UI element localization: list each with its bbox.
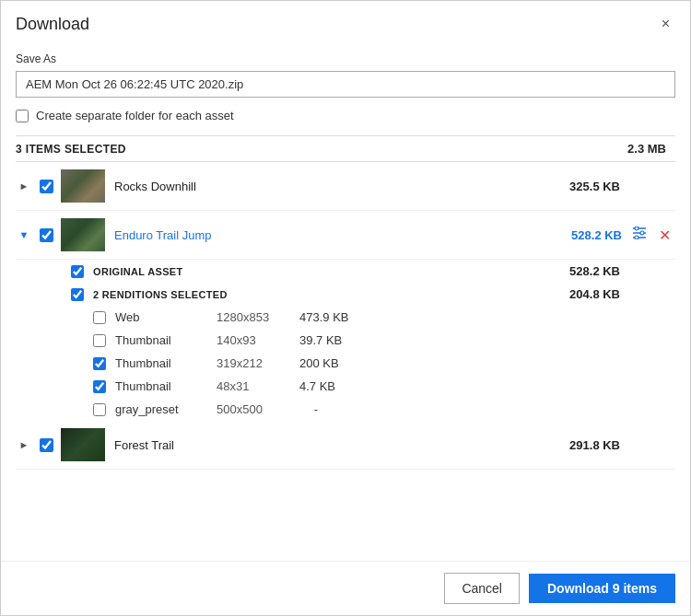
- renditions-header-label: 2 RENDITIONS SELECTED: [93, 289, 569, 300]
- original-asset-row: ORIGINAL ASSET 528.2 KB: [71, 260, 675, 283]
- svg-point-3: [635, 227, 638, 230]
- rendition-4-size: -: [299, 402, 373, 416]
- original-asset-label: ORIGINAL ASSET: [93, 266, 569, 277]
- forest-name: Forest Trail: [114, 438, 556, 452]
- rocks-thumbnail: [61, 169, 105, 203]
- rendition-row-0: Web 1280x853 473.9 KB: [71, 306, 675, 329]
- rendition-2-checkbox[interactable]: [93, 357, 106, 370]
- expand-forest-button[interactable]: ►: [16, 439, 32, 450]
- list-item: ► Rocks Downhill 325.5 KB: [16, 162, 675, 211]
- rendition-row-4: gray_preset 500x500 -: [71, 398, 675, 421]
- list-item: ► Forest Trail 291.8 KB: [16, 421, 675, 470]
- close-button[interactable]: ×: [656, 14, 675, 34]
- asset-row-rocks: ► Rocks Downhill 325.5 KB: [16, 162, 675, 211]
- forest-size: 291.8 KB: [556, 438, 629, 452]
- remove-icon-button[interactable]: ✕: [657, 227, 673, 244]
- dialog-body: Save As Create separate folder for each …: [1, 43, 690, 561]
- separate-folder-row: Create separate folder for each asset: [16, 109, 675, 122]
- rendition-3-dims: 48x31: [217, 379, 299, 393]
- svg-point-5: [635, 236, 638, 239]
- enduro-thumbnail: [61, 218, 105, 251]
- rendition-4-name: gray_preset: [115, 402, 217, 416]
- rendition-2-dims: 319x212: [217, 356, 299, 370]
- rendition-1-dims: 140x93: [217, 333, 299, 347]
- enduro-checkbox[interactable]: [40, 228, 53, 242]
- dialog-title: Download: [16, 15, 89, 34]
- save-as-label: Save As: [16, 52, 675, 65]
- rocks-size: 325.5 KB: [556, 180, 629, 193]
- rendition-row-2: Thumbnail 319x212 200 KB: [71, 352, 675, 375]
- separate-folder-checkbox[interactable]: [16, 110, 29, 122]
- rendition-4-dims: 500x500: [217, 402, 299, 416]
- rendition-0-size: 473.9 KB: [299, 310, 404, 324]
- items-header: 3 ITEMS SELECTED 2.3 MB: [16, 135, 675, 162]
- expand-rocks-button[interactable]: ►: [16, 180, 32, 192]
- renditions-header-size: 204.8 KB: [569, 287, 675, 301]
- renditions-header-checkbox[interactable]: [71, 288, 84, 301]
- asset-list: ► Rocks Downhill 325.5 KB ▼ Enduro Trail…: [16, 162, 675, 470]
- rendition-row-1: Thumbnail 140x93 39.7 KB: [71, 329, 675, 352]
- rocks-checkbox[interactable]: [40, 180, 53, 193]
- enduro-actions: ✕: [629, 227, 675, 244]
- cancel-button[interactable]: Cancel: [444, 573, 520, 604]
- download-button[interactable]: Download 9 items: [529, 574, 675, 603]
- rendition-1-name: Thumbnail: [115, 333, 217, 347]
- dialog-footer: Cancel Download 9 items: [1, 561, 690, 615]
- expand-enduro-button[interactable]: ▼: [16, 229, 32, 240]
- forest-checkbox[interactable]: [40, 438, 53, 452]
- renditions-header-row: 2 RENDITIONS SELECTED 204.8 KB: [71, 283, 675, 306]
- enduro-name[interactable]: Enduro Trail Jump: [114, 228, 556, 242]
- items-total-size: 2.3 MB: [627, 142, 675, 156]
- rendition-row-3: Thumbnail 48x31 4.7 KB: [71, 375, 675, 398]
- filename-input[interactable]: [16, 71, 675, 98]
- rendition-3-name: Thumbnail: [115, 379, 217, 393]
- rendition-1-size: 39.7 KB: [299, 333, 397, 347]
- rendition-2-size: 200 KB: [299, 356, 394, 370]
- asset-row-forest: ► Forest Trail 291.8 KB: [16, 421, 675, 470]
- rendition-2-name: Thumbnail: [115, 356, 217, 370]
- svg-point-4: [640, 231, 644, 235]
- items-selected-label: 3 ITEMS SELECTED: [16, 143, 126, 156]
- enduro-sub-section: ORIGINAL ASSET 528.2 KB 2 RENDITIONS SEL…: [16, 260, 675, 421]
- rendition-1-checkbox[interactable]: [93, 334, 106, 347]
- rocks-name: Rocks Downhill: [114, 180, 556, 193]
- original-asset-checkbox[interactable]: [71, 265, 84, 278]
- enduro-size: 528.2 KB: [556, 228, 629, 242]
- settings-icon-button[interactable]: [629, 227, 650, 243]
- separate-folder-label: Create separate folder for each asset: [36, 109, 234, 122]
- list-item: ▼ Enduro Trail Jump 528.2 KB: [16, 211, 675, 421]
- asset-row-enduro: ▼ Enduro Trail Jump 528.2 KB: [16, 211, 675, 260]
- dialog-header: Download ×: [1, 1, 690, 43]
- download-dialog: Download × Save As Create separate folde…: [0, 0, 691, 616]
- rendition-0-dims: 1280x853: [217, 310, 299, 324]
- rendition-0-name: Web: [115, 310, 217, 324]
- forest-thumbnail: [61, 428, 105, 461]
- original-asset-size: 528.2 KB: [569, 264, 675, 278]
- rendition-3-size: 4.7 KB: [299, 379, 391, 393]
- rendition-0-checkbox[interactable]: [93, 311, 106, 324]
- rendition-4-checkbox[interactable]: [93, 403, 106, 416]
- rendition-3-checkbox[interactable]: [93, 380, 106, 393]
